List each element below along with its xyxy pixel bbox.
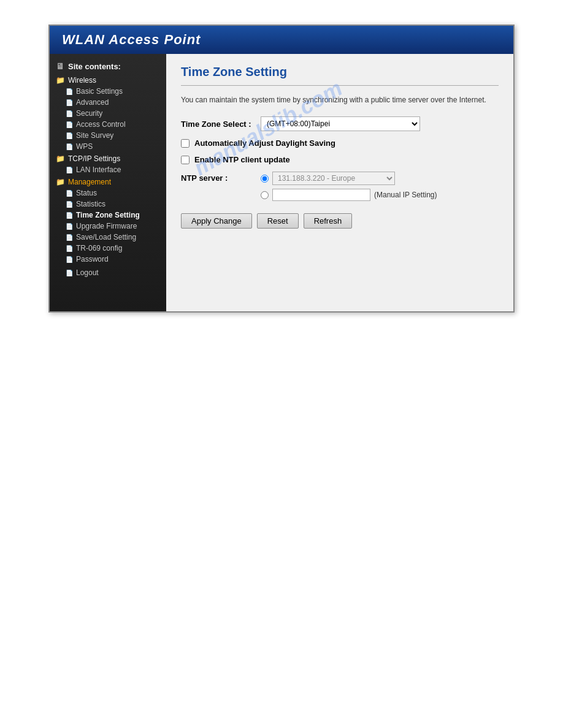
sidebar-item-password[interactable]: 📄 Password (50, 254, 166, 265)
doc-icon-tr069: 📄 (66, 245, 73, 252)
sidebar-folder-wireless[interactable]: 📁 Wireless (50, 75, 166, 86)
sidebar-item-access-control[interactable]: 📄 Access Control (50, 119, 166, 130)
sidebar-folder-tcpip[interactable]: 📁 TCP/IP Settings (50, 153, 166, 164)
ntp-enable-label: Enable NTP client update (194, 155, 290, 164)
monitor-icon: 🖥 (56, 61, 64, 71)
ntp-manual-input[interactable] (272, 189, 370, 201)
ntp-server-label: NTP server : (181, 172, 261, 183)
sidebar-item-tr069[interactable]: 📄 TR-069 config (50, 243, 166, 254)
doc-icon-security: 📄 (66, 110, 73, 117)
timezone-select[interactable]: (GMT+08:00)Taipei (GMT+00:00)London (GMT… (261, 116, 420, 131)
sidebar-item-save-load[interactable]: 📄 Save/Load Setting (50, 232, 166, 243)
ntp-option-server: 131.188.3.220 - Europe (261, 172, 437, 185)
folder-icon-tcpip: 📁 (56, 154, 65, 163)
sidebar-section-management: 📁 Management 📄 Status 📄 Statistics 📄 Tim… (50, 176, 166, 265)
doc-icon-access-control: 📄 (66, 121, 73, 128)
ntp-manual-label: (Manual IP Setting) (374, 191, 437, 199)
header-bar: WLAN Access Point (50, 26, 513, 54)
ntp-options: 131.188.3.220 - Europe (Manual IP Settin… (261, 172, 437, 201)
ntp-enable-checkbox[interactable] (181, 156, 190, 164)
reset-button[interactable]: Reset (257, 213, 299, 229)
timezone-label: Time Zone Select : (181, 119, 261, 129)
timezone-row: Time Zone Select : (GMT+08:00)Taipei (GM… (181, 116, 499, 131)
description-text: You can maintain the system time by sync… (181, 96, 499, 104)
apply-change-button[interactable]: Apply Change (181, 213, 252, 229)
ntp-radio-manual[interactable] (261, 191, 269, 199)
ntp-enable-row: Enable NTP client update (181, 155, 499, 164)
doc-icon-firmware: 📄 (66, 223, 73, 230)
sidebar-section-wireless: 📁 Wireless 📄 Basic Settings 📄 Advanced 📄… (50, 75, 166, 152)
divider (181, 85, 499, 86)
doc-icon-lan: 📄 (66, 167, 73, 173)
sidebar-item-site-survey[interactable]: 📄 Site Survey (50, 130, 166, 141)
doc-icon-saveload: 📄 (66, 234, 73, 241)
sidebar-item-time-zone[interactable]: 📄 Time Zone Setting (50, 210, 166, 221)
daylight-checkbox[interactable] (181, 139, 190, 148)
ntp-radio-server[interactable] (261, 175, 269, 183)
ntp-option-manual: (Manual IP Setting) (261, 189, 437, 201)
sidebar-folder-management-label: Management (68, 178, 111, 186)
folder-icon-wireless: 📁 (56, 76, 65, 85)
folder-icon-management: 📁 (56, 178, 65, 186)
sidebar-item-security[interactable]: 📄 Security (50, 108, 166, 119)
ntp-server-row: NTP server : 131.188.3.220 - Europe (Man… (181, 172, 499, 201)
sidebar-folder-tcpip-label: TCP/IP Settings (68, 154, 120, 163)
page-title: Time Zone Setting (181, 65, 499, 79)
sidebar-item-wps[interactable]: 📄 WPS (50, 141, 166, 152)
doc-icon-logout: 📄 (66, 270, 73, 276)
sidebar-item-basic-settings[interactable]: 📄 Basic Settings (50, 86, 166, 97)
button-row: Apply Change Reset Refresh (181, 213, 499, 229)
doc-icon-timezone: 📄 (66, 212, 73, 219)
sidebar-item-status[interactable]: 📄 Status (50, 188, 166, 199)
ntp-server-select[interactable]: 131.188.3.220 - Europe (272, 172, 395, 185)
daylight-row: Automatically Adjust Daylight Saving (181, 138, 499, 148)
sidebar-item-lan-interface[interactable]: 📄 LAN Interface (50, 164, 166, 175)
sidebar-item-logout[interactable]: 📄 Logout (50, 267, 166, 278)
content-area: manualslib.com Time Zone Setting You can… (166, 54, 513, 311)
doc-icon-status: 📄 (66, 190, 73, 197)
doc-icon-site-survey: 📄 (66, 132, 73, 139)
doc-icon-statistics: 📄 (66, 201, 73, 208)
doc-icon-wps: 📄 (66, 143, 73, 150)
sidebar-item-advanced[interactable]: 📄 Advanced (50, 97, 166, 108)
refresh-button[interactable]: Refresh (304, 213, 353, 229)
sidebar-folder-wireless-label: Wireless (68, 76, 96, 85)
sidebar-folder-management[interactable]: 📁 Management (50, 176, 166, 188)
daylight-label: Automatically Adjust Daylight Saving (194, 138, 335, 148)
sidebar-section-tcpip: 📁 TCP/IP Settings 📄 LAN Interface (50, 153, 166, 175)
doc-icon-basic: 📄 (66, 88, 73, 95)
doc-icon-advanced: 📄 (66, 99, 73, 106)
sidebar-title: 🖥 Site contents: (50, 59, 166, 75)
sidebar-item-upgrade-firmware[interactable]: 📄 Upgrade Firmware (50, 221, 166, 232)
header-title: WLAN Access Point (62, 32, 201, 48)
doc-icon-password: 📄 (66, 256, 73, 263)
sidebar: 🖥 Site contents: 📁 Wireless 📄 Basic Sett… (50, 54, 166, 311)
sidebar-item-statistics[interactable]: 📄 Statistics (50, 199, 166, 210)
